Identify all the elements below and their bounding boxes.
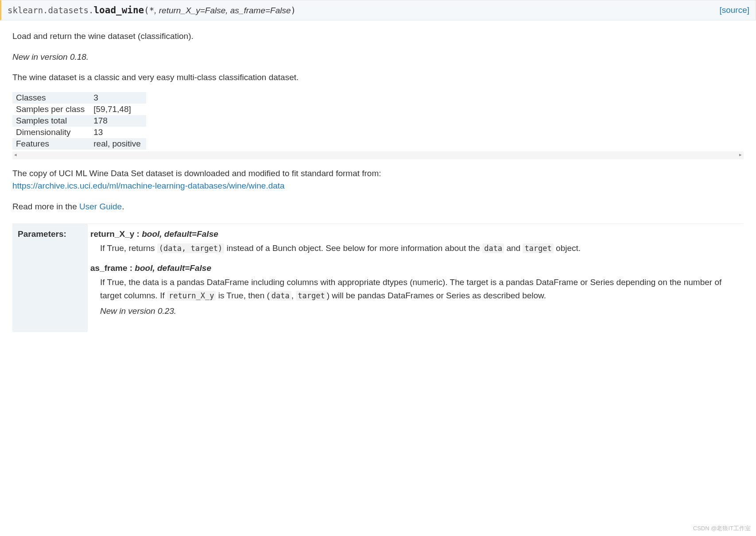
- dataset-source-link[interactable]: https://archive.ics.uci.edu/ml/machine-l…: [12, 181, 285, 190]
- param-as-frame-block: as_frame : bool, default=False If True, …: [90, 263, 742, 317]
- code-literal: data: [482, 243, 504, 253]
- code-literal: (data, target): [157, 243, 224, 253]
- parameters-list: return_X_y : bool, default=False If True…: [88, 224, 744, 332]
- cell-val: 3: [90, 92, 146, 104]
- text: instead of a Bunch object. See below for…: [224, 243, 482, 253]
- horizontal-scrollbar[interactable]: ◂ ▸: [12, 151, 744, 159]
- function-signature: sklearn.datasets.load_wine(*, return_X_y…: [0, 0, 756, 20]
- parameters-heading: Parameters:: [12, 224, 88, 332]
- param-colon: :: [134, 229, 142, 239]
- param-description: If True, the data is a pandas DataFrame …: [100, 276, 742, 302]
- intro-text: Load and return the wine dataset (classi…: [12, 30, 744, 43]
- param-colon: :: [127, 263, 135, 273]
- version-added: New in version 0.18.: [12, 51, 744, 64]
- user-guide-text: Read more in the User Guide.: [12, 201, 744, 213]
- param-return-x-y: return_X_y=False: [159, 6, 226, 15]
- param-description: If True, returns (data, target) instead …: [100, 242, 742, 255]
- text: If True, returns: [100, 243, 157, 253]
- code-literal: return_X_y: [167, 291, 216, 301]
- cell-val: 13: [90, 127, 146, 138]
- doc-body: Load and return the wine dataset (classi…: [0, 20, 756, 332]
- star-arg: *: [149, 5, 154, 15]
- param-type: bool, default=False: [142, 229, 218, 239]
- user-guide-link[interactable]: User Guide: [79, 202, 122, 211]
- description-text: The wine dataset is a classic and very e…: [12, 71, 744, 84]
- table-row: Samples total 178: [12, 115, 146, 127]
- cell-key: Features: [12, 138, 90, 150]
- table-row: Classes 3: [12, 92, 146, 104]
- paren-close: ): [291, 5, 296, 15]
- signature-text: sklearn.datasets.load_wine(*, return_X_y…: [8, 5, 296, 15]
- code-literal: target: [296, 291, 326, 301]
- param-name: return_X_y: [90, 229, 134, 239]
- read-more-prefix: Read more in the: [12, 202, 79, 211]
- param-as-frame: as_frame=False: [230, 6, 291, 15]
- cell-val: real, positive: [90, 138, 146, 150]
- function-name: load_wine: [93, 5, 144, 15]
- code-literal: data: [270, 291, 291, 301]
- param-return-x-y-block: return_X_y : bool, default=False If True…: [90, 229, 742, 255]
- param-heading: return_X_y : bool, default=False: [90, 229, 742, 239]
- dataset-source-text: The copy of UCI ML Wine Data Set dataset…: [12, 167, 744, 193]
- source-prefix: The copy of UCI ML Wine Data Set dataset…: [12, 169, 381, 178]
- table-row: Dimensionality 13: [12, 127, 146, 138]
- cell-key: Samples per class: [12, 104, 90, 115]
- text: object.: [554, 243, 581, 253]
- version-added: New in version 0.23.: [100, 305, 742, 317]
- param-heading: as_frame : bool, default=False: [90, 263, 742, 273]
- read-more-suffix: .: [122, 202, 124, 211]
- scroll-right-icon[interactable]: ▸: [739, 152, 742, 158]
- text: ,: [291, 291, 296, 300]
- param-sep: ,: [225, 6, 230, 15]
- cell-val: [59,71,48]: [90, 104, 146, 115]
- source-link[interactable]: [source]: [719, 5, 749, 15]
- param-name: as_frame: [90, 263, 127, 273]
- code-literal: target: [523, 243, 553, 253]
- dataset-summary-table: Classes 3 Samples per class [59,71,48] S…: [12, 92, 146, 150]
- table-row: Samples per class [59,71,48]: [12, 104, 146, 115]
- text: ) will be pandas DataFrames or Series as…: [327, 291, 546, 300]
- cell-key: Classes: [12, 92, 90, 104]
- param-type: bool, default=False: [135, 263, 211, 273]
- parameters-section: Parameters: return_X_y : bool, default=F…: [12, 224, 744, 332]
- cell-val: 178: [90, 115, 146, 127]
- table-row: Features real, positive: [12, 138, 146, 150]
- text: and: [504, 243, 523, 253]
- cell-key: Dimensionality: [12, 127, 90, 138]
- paren-open: (: [144, 5, 149, 15]
- param-sep: ,: [154, 6, 159, 15]
- text: is True, then (: [216, 291, 269, 300]
- module-path: sklearn.datasets.: [8, 5, 93, 15]
- cell-key: Samples total: [12, 115, 90, 127]
- scroll-left-icon[interactable]: ◂: [14, 152, 17, 158]
